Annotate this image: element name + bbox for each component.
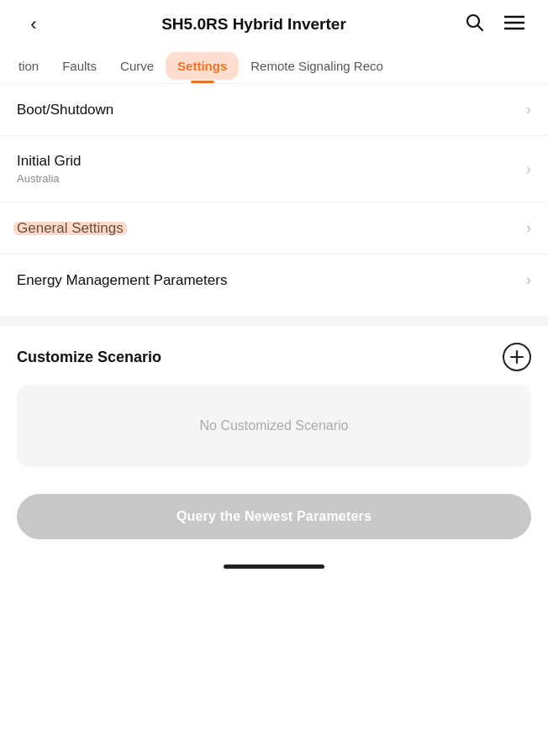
add-scenario-button[interactable] [503,343,531,371]
page-title: SH5.0RS Hybrid Inverter [50,15,457,34]
bottom-section: Query the Newest Parameters [0,467,548,556]
settings-item-initial-grid[interactable]: Initial Grid Australia › [0,136,548,202]
customize-scenario-title: Customize Scenario [17,349,161,366]
chevron-right-icon: › [526,219,531,237]
customize-header: Customize Scenario [17,343,531,371]
settings-item-energy-management[interactable]: Energy Management Parameters › [0,255,548,306]
list-item-content: Initial Grid Australia [17,153,82,185]
tab-curve[interactable]: Curve [108,49,166,83]
empty-scenario-text: No Customized Scenario [200,418,349,433]
svg-line-1 [478,26,483,31]
chevron-right-icon: › [526,271,531,289]
customize-scenario-section: Customize Scenario No Customized Scenari… [0,326,548,467]
home-bar [224,564,324,569]
query-newest-parameters-button[interactable]: Query the Newest Parameters [17,494,531,539]
menu-icon[interactable] [498,13,531,35]
list-item-title: General Settings [17,220,124,237]
list-item-title: Energy Management Parameters [17,272,227,289]
empty-scenario-card: No Customized Scenario [17,385,531,467]
chevron-right-icon: › [526,160,531,178]
chevron-right-icon: › [526,101,531,118]
tab-settings[interactable]: Settings [166,49,239,83]
list-item-content: Energy Management Parameters [17,272,227,289]
list-item-content: Boot/Shutdown [17,102,113,118]
tab-bar: tion Faults Curve Settings Remote Signal… [0,49,548,84]
back-button[interactable]: ‹ [17,13,50,35]
home-indicator [0,556,548,575]
section-divider [0,316,548,326]
settings-list: Boot/Shutdown › Initial Grid Australia ›… [0,84,548,306]
search-icon[interactable] [457,12,491,37]
tab-remote[interactable]: Remote Signaling Reco [239,49,395,83]
settings-item-general-settings[interactable]: General Settings › [0,202,548,255]
header: ‹ SH5.0RS Hybrid Inverter [0,0,548,49]
list-item-content: General Settings [17,220,124,237]
settings-item-boot-shutdown[interactable]: Boot/Shutdown › [0,84,548,136]
tab-faults[interactable]: Faults [50,49,108,83]
list-item-title: Boot/Shutdown [17,102,113,118]
tab-information[interactable]: tion [7,49,50,83]
list-item-subtitle: Australia [17,172,82,185]
list-item-title: Initial Grid [17,153,82,170]
